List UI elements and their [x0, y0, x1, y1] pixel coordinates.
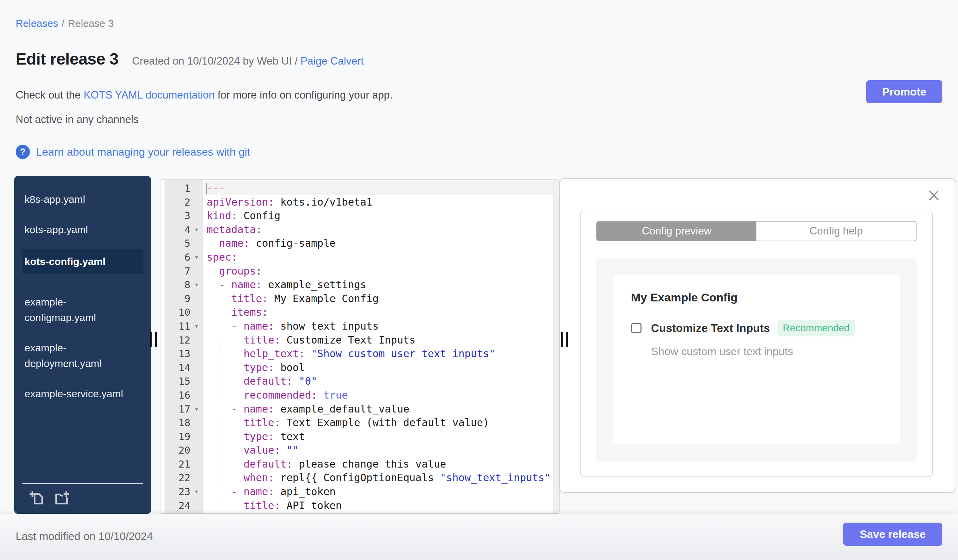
- code-line-16: 16 recommended: true: [160, 388, 554, 402]
- tab-config-help[interactable]: Config help: [757, 221, 916, 240]
- line-number: 11: [160, 320, 190, 333]
- breadcrumb-current: Release 3: [68, 18, 114, 29]
- created-text: Created on 10/10/2024 by Web UI /: [132, 55, 298, 67]
- page: Releases/Release 3 Edit release 3 Create…: [0, 0, 958, 560]
- code-line-6: 6▾spec:: [160, 250, 554, 264]
- preview-resize-handle[interactable]: [561, 332, 572, 347]
- add-folder-icon[interactable]: [54, 490, 69, 506]
- fold-gutter: [190, 347, 203, 361]
- author-link[interactable]: Paige Calvert: [301, 55, 364, 67]
- line-number: 24: [160, 499, 190, 513]
- code-line-21: 21 default: please change this value: [160, 457, 554, 471]
- config-preview-container: Config previewConfig help My Example Con…: [580, 211, 933, 477]
- file-item-k8s-app-yaml[interactable]: k8s-app.yaml: [22, 189, 143, 210]
- code-line-1: 1---: [160, 182, 554, 195]
- promote-button[interactable]: Promote: [866, 80, 942, 103]
- code-line-20: 20 value: "": [160, 443, 554, 457]
- fold-gutter: [190, 375, 203, 388]
- fold-gutter: [190, 264, 203, 278]
- preview-content-area: My Example Config Customize Text Inputs …: [596, 259, 917, 461]
- breadcrumb-separator: /: [62, 18, 64, 29]
- close-icon[interactable]: [927, 188, 941, 202]
- git-releases-link[interactable]: ? Learn about managing your releases wit…: [16, 145, 250, 159]
- yaml-editor[interactable]: 1---2apiVersion: kots.io/v1beta13kind: C…: [160, 179, 560, 514]
- kots-docs-link[interactable]: KOTS YAML documentation: [84, 89, 214, 101]
- fold-arrow-icon[interactable]: ▾: [190, 250, 203, 264]
- code-line-23: 23▾ - name: api_token: [160, 485, 554, 499]
- line-number: 21: [160, 457, 190, 471]
- file-item-kots-config-yaml[interactable]: kots-config.yaml: [22, 250, 143, 274]
- fold-gutter: [190, 182, 203, 195]
- line-number: 8: [160, 278, 190, 292]
- sidebar-footer-divider: [22, 483, 143, 484]
- fold-arrow-icon[interactable]: ▾: [190, 402, 203, 416]
- fold-gutter: [190, 292, 203, 306]
- file-item-example-deployment-yaml[interactable]: example-deployment.yaml: [22, 337, 143, 374]
- code-line-19: 19 type: text: [160, 430, 554, 444]
- fold-arrow-icon[interactable]: ▾: [190, 320, 203, 333]
- sidebar-resize-handle[interactable]: [150, 332, 161, 347]
- save-release-button[interactable]: Save release: [843, 523, 942, 546]
- fold-arrow-icon[interactable]: ▾: [190, 223, 203, 237]
- file-item-kots-app-yaml[interactable]: kots-app.yaml: [22, 219, 143, 240]
- code-line-22: 22 when: repl{{ ConfigOptionEquals "show…: [160, 471, 554, 485]
- editor-code[interactable]: 1---2apiVersion: kots.io/v1beta13kind: C…: [160, 182, 554, 514]
- line-number: 2: [160, 195, 190, 209]
- customize-text-inputs-checkbox[interactable]: [631, 323, 641, 333]
- line-number: 20: [160, 443, 190, 457]
- recommended-badge: Recommended: [777, 320, 855, 336]
- line-number: 23: [160, 485, 190, 499]
- add-file-icon[interactable]: [29, 490, 45, 506]
- code-line-18: 18 title: Text Example (with default val…: [160, 416, 554, 430]
- line-number: 5: [160, 237, 190, 250]
- config-preview-panel: Config previewConfig help My Example Con…: [560, 178, 955, 493]
- line-number: 3: [160, 209, 190, 223]
- code-line-2: 2apiVersion: kots.io/v1beta1: [160, 195, 554, 209]
- fold-gutter: [190, 457, 203, 471]
- code-line-17: 17▾ - name: example_default_value: [160, 402, 554, 416]
- line-number: 12: [160, 333, 190, 347]
- footer-bar: Last modified on 10/10/2024 Save release: [0, 514, 958, 560]
- line-number: 10: [160, 305, 190, 320]
- line-number: 22: [160, 471, 190, 485]
- code-line-7: 7 groups:: [160, 264, 554, 278]
- code-line-13: 13 help_text: "Show custom user text inp…: [160, 347, 554, 361]
- code-line-15: 15 default: "0": [160, 375, 554, 388]
- line-number: 16: [160, 388, 190, 402]
- fold-gutter: [190, 209, 203, 223]
- breadcrumb-releases-link[interactable]: Releases: [16, 18, 58, 29]
- fold-arrow-icon[interactable]: ▾: [190, 485, 203, 499]
- line-number: 4: [160, 223, 190, 237]
- code-line-24: 24 title: API token: [160, 499, 554, 513]
- line-number: 17: [160, 402, 190, 416]
- file-item-example-configmap-yaml[interactable]: example-configmap.yaml: [22, 291, 143, 328]
- code-line-4: 4▾metadata:: [160, 223, 554, 237]
- fold-gutter: [190, 361, 203, 375]
- code-line-9: 9 title: My Example Config: [160, 292, 554, 306]
- editor-scrollbar[interactable]: [554, 180, 559, 513]
- option-label: Customize Text Inputs: [651, 322, 770, 335]
- config-card: My Example Config Customize Text Inputs …: [612, 275, 900, 445]
- fold-gutter: [190, 305, 203, 320]
- text-cursor: [206, 183, 207, 194]
- breadcrumb: Releases/Release 3: [16, 18, 114, 29]
- line-number: 14: [160, 361, 190, 375]
- docs-text-before: Check out the: [16, 89, 84, 101]
- fold-arrow-icon[interactable]: ▾: [190, 278, 203, 292]
- line-number: 18: [160, 416, 190, 430]
- code-line-14: 14 type: bool: [160, 361, 554, 375]
- fold-gutter: [190, 195, 203, 209]
- line-number: 19: [160, 430, 190, 444]
- channel-status: Not active in any channels: [16, 114, 139, 126]
- created-info: Created on 10/10/2024 by Web UI /Paige C…: [132, 55, 364, 67]
- line-number: 9: [160, 292, 190, 306]
- file-item-example-service-yaml[interactable]: example-service.yaml: [22, 383, 143, 404]
- tab-config-preview[interactable]: Config preview: [597, 221, 757, 240]
- last-modified: Last modified on 10/10/2024: [16, 530, 153, 543]
- line-number: 6: [160, 250, 190, 264]
- file-tree-sidebar: k8s-app.yamlkots-app.yamlkots-config.yam…: [14, 176, 151, 514]
- file-list-divider: [22, 281, 143, 282]
- config-option-row: Customize Text Inputs Recommended: [631, 320, 882, 336]
- code-line-5: 5 name: config-sample: [160, 237, 554, 250]
- fold-gutter: [190, 416, 203, 430]
